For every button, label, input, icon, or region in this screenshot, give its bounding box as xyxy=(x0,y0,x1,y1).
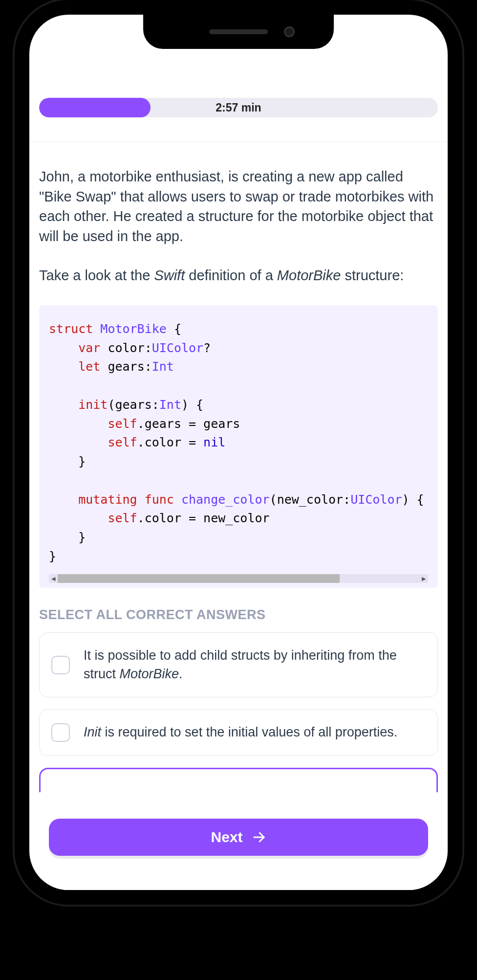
code-content[interactable]: struct MotorBike { var color:UIColor? le… xyxy=(49,320,428,574)
scroll-left-icon[interactable]: ◀ xyxy=(49,574,58,583)
scrollbar-thumb[interactable] xyxy=(58,574,340,583)
code-block: struct MotorBike { var color:UIColor? le… xyxy=(39,305,438,588)
checkbox-icon[interactable] xyxy=(51,723,70,742)
question-body[interactable]: John, a motorbike enthusiast, is creatin… xyxy=(29,142,448,890)
answer-option-2-text: Init is required to set the initial valu… xyxy=(84,723,397,742)
phone-frame: 2:57 min John, a motorbike enthusiast, i… xyxy=(15,0,462,905)
timer-label: 2:57 min xyxy=(39,98,438,117)
code-horizontal-scrollbar[interactable]: ◀ ▶ xyxy=(49,574,428,583)
question-paragraph-1-text: John, a motorbike enthusiast, is creatin… xyxy=(39,169,434,244)
question-paragraph-2: Take a look at the Swift definition of a… xyxy=(39,266,438,286)
device-notch xyxy=(143,15,334,49)
next-button-label: Next xyxy=(211,829,242,846)
progress-bar: 2:57 min xyxy=(39,98,438,117)
answer-option-2[interactable]: Init is required to set the initial valu… xyxy=(39,709,438,756)
checkbox-icon[interactable] xyxy=(51,656,70,674)
arrow-right-icon xyxy=(252,830,266,845)
next-button[interactable]: Next xyxy=(49,819,428,856)
scrollbar-track[interactable] xyxy=(58,574,419,583)
answer-option-1-text: It is possible to add child structs by i… xyxy=(84,646,426,684)
scroll-right-icon[interactable]: ▶ xyxy=(419,574,428,583)
answers-header: SELECT ALL CORRECT ANSWERS xyxy=(39,607,438,623)
screen: 2:57 min John, a motorbike enthusiast, i… xyxy=(29,15,448,890)
answer-option-1[interactable]: It is possible to add child structs by i… xyxy=(39,632,438,698)
question-paragraph-1: John, a motorbike enthusiast, is creatin… xyxy=(39,167,438,246)
answer-option-3[interactable] xyxy=(39,768,438,792)
